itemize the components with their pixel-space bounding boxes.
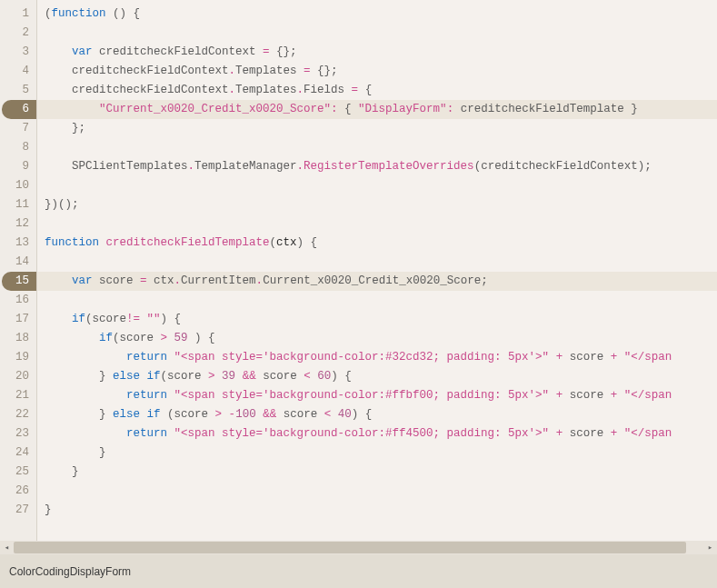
scroll-left-arrow[interactable]: ◂ xyxy=(0,541,14,554)
code-editor[interactable]: 1234567891011121314151617181920212223242… xyxy=(0,0,717,554)
code-line[interactable]: var creditcheckFieldContext = {}; xyxy=(37,43,717,62)
code-area[interactable]: (function () { var creditcheckFieldConte… xyxy=(37,0,717,554)
code-line[interactable]: var score = ctx.CurrentItem.Current_x002… xyxy=(37,272,717,291)
code-line[interactable] xyxy=(37,24,717,43)
code-token xyxy=(45,332,99,344)
code-token xyxy=(45,103,99,115)
status-filename: ColorCodingDisplayForm xyxy=(9,565,131,578)
code-line[interactable]: })(); xyxy=(37,195,717,214)
code-token: 100 xyxy=(235,408,256,421)
code-line[interactable]: creditcheckFieldContext.Templates.Fields… xyxy=(37,81,717,100)
line-number[interactable]: 5 xyxy=(0,81,36,100)
code-token: 40 xyxy=(338,408,352,421)
code-token: && xyxy=(263,408,276,421)
line-number[interactable]: 7 xyxy=(0,119,36,138)
code-token xyxy=(235,370,243,383)
line-number[interactable]: 8 xyxy=(0,138,36,157)
code-token: score xyxy=(256,370,304,383)
scroll-right-arrow[interactable]: ▸ xyxy=(703,541,717,554)
line-number[interactable]: 10 xyxy=(0,176,36,195)
horizontal-scrollbar[interactable]: ◂ ▸ xyxy=(0,541,717,554)
line-number[interactable]: 18 xyxy=(0,329,36,348)
code-token xyxy=(45,274,72,287)
code-line[interactable]: SPClientTemplates.TemplateManager.Regist… xyxy=(37,157,717,176)
code-token: Templates xyxy=(235,65,304,77)
code-token: > xyxy=(208,370,215,383)
code-line[interactable] xyxy=(37,482,717,501)
code-token: > xyxy=(161,332,168,344)
code-line[interactable]: } else if (score > -100 && score < 40) { xyxy=(37,405,717,424)
code-line[interactable] xyxy=(37,138,717,157)
code-line[interactable]: if(score!= "") { xyxy=(37,310,717,329)
code-line[interactable]: "Current_x0020_Credit_x0020_Score": { "D… xyxy=(37,100,717,119)
code-line[interactable]: }; xyxy=(37,119,717,138)
code-token xyxy=(45,427,126,440)
code-token: 39 xyxy=(222,370,235,383)
code-line[interactable]: function creditcheckFieldTemplate(ctx) { xyxy=(37,234,717,253)
line-number[interactable]: 12 xyxy=(0,214,36,234)
line-number[interactable]: 3 xyxy=(0,43,36,62)
code-line[interactable]: (function () { xyxy=(37,5,717,24)
code-line[interactable]: return "<span style='background-color:#3… xyxy=(37,348,717,367)
scrollbar-track[interactable] xyxy=(14,541,703,554)
line-number[interactable]: 13 xyxy=(0,234,36,253)
code-token: > xyxy=(215,408,223,421)
code-line[interactable]: } xyxy=(37,501,717,520)
line-number[interactable]: 1 xyxy=(0,5,36,24)
code-line[interactable]: } xyxy=(37,443,717,463)
code-token xyxy=(617,351,624,364)
code-token xyxy=(215,370,223,383)
code-token: (score xyxy=(113,332,161,344)
code-line[interactable] xyxy=(37,176,717,195)
code-token xyxy=(140,408,147,421)
code-token: "DisplayForm" xyxy=(358,103,447,115)
code-line[interactable] xyxy=(37,214,717,234)
code-token xyxy=(45,313,72,325)
scrollbar-thumb[interactable] xyxy=(14,542,686,553)
line-number[interactable]: 2 xyxy=(0,24,36,43)
line-number[interactable]: 24 xyxy=(0,443,36,463)
line-number[interactable]: 16 xyxy=(0,291,36,310)
code-line[interactable]: creditcheckFieldContext.Templates = {}; xyxy=(37,62,717,81)
code-token xyxy=(167,389,174,402)
line-number[interactable]: 19 xyxy=(0,348,36,367)
line-number[interactable]: 17 xyxy=(0,310,36,329)
line-number[interactable]: 23 xyxy=(0,424,36,443)
code-token: Templates xyxy=(235,84,297,96)
line-number[interactable]: 4 xyxy=(0,62,36,81)
code-token: ( xyxy=(270,236,277,249)
code-line[interactable]: return "<span style='background-color:#f… xyxy=(37,386,717,405)
code-token: (score xyxy=(161,408,215,421)
code-token: : xyxy=(447,103,454,115)
line-number[interactable]: 20 xyxy=(0,367,36,386)
line-number[interactable]: 11 xyxy=(0,195,36,214)
code-line[interactable]: } xyxy=(37,463,717,482)
line-number[interactable]: 15 xyxy=(2,272,36,291)
line-number[interactable]: 25 xyxy=(0,463,36,482)
code-token xyxy=(140,313,147,325)
code-token: return xyxy=(126,389,167,402)
line-number[interactable]: 6 xyxy=(2,100,36,119)
code-token: : xyxy=(331,103,338,115)
code-token: } xyxy=(45,370,113,383)
code-token: (score xyxy=(161,370,209,383)
line-number[interactable]: 22 xyxy=(0,405,36,424)
line-number[interactable]: 21 xyxy=(0,386,36,405)
line-number[interactable]: 26 xyxy=(0,482,36,501)
line-number[interactable]: 27 xyxy=(0,501,36,520)
code-content[interactable]: (function () { var creditcheckFieldConte… xyxy=(37,0,717,520)
code-token: score xyxy=(563,351,611,364)
code-line[interactable]: return "<span style='background-color:#f… xyxy=(37,424,717,443)
code-token: } xyxy=(45,503,52,516)
code-line[interactable]: } else if(score > 39 && score < 60) { xyxy=(37,367,717,386)
line-number[interactable]: 14 xyxy=(0,253,36,272)
code-line[interactable] xyxy=(37,291,717,310)
code-token: } xyxy=(45,465,79,478)
code-token: RegisterTemplateOverrides xyxy=(304,160,474,173)
code-token xyxy=(331,408,338,421)
line-number[interactable]: 9 xyxy=(0,157,36,176)
code-line[interactable] xyxy=(37,253,717,272)
code-token: "Current_x0020_Credit_x0020_Score" xyxy=(99,103,331,115)
code-token: else xyxy=(113,408,140,421)
code-line[interactable]: if(score > 59 ) { xyxy=(37,329,717,348)
